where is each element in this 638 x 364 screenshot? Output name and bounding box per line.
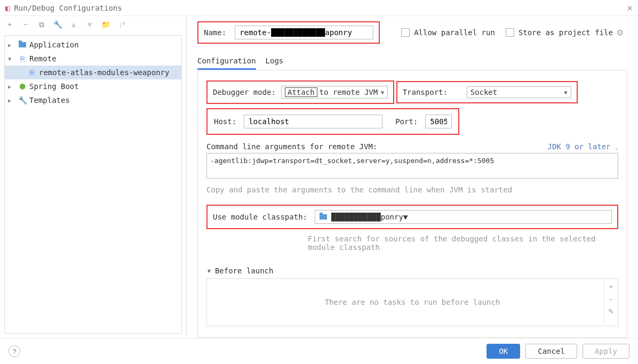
- transport-select[interactable]: Socket ▼: [467, 86, 571, 98]
- remove-task-icon[interactable]: －: [608, 295, 615, 304]
- name-highlight: Name:: [197, 21, 380, 44]
- wrench-icon[interactable]: 🔧: [53, 20, 62, 29]
- chevron-down-icon: ▼: [381, 90, 384, 95]
- app-icon: ◧: [5, 4, 10, 12]
- tabs: Configuration Logs: [197, 53, 627, 70]
- templates-icon: 🔧: [18, 96, 27, 104]
- chevron-right-icon: ▶: [8, 84, 15, 90]
- titlebar: ◧ Run/Debug Configurations ×: [0, 0, 638, 16]
- transport-highlight: Transport: Socket ▼: [396, 81, 578, 103]
- tree-label: Application: [29, 41, 79, 49]
- edit-task-icon[interactable]: ✎: [608, 308, 614, 316]
- checkbox-icon[interactable]: [401, 28, 410, 37]
- before-launch-ops: ＋ － ✎: [604, 279, 618, 326]
- module-icon: [320, 214, 327, 220]
- folder-icon[interactable]: 📁: [101, 20, 110, 29]
- cmd-args-textarea[interactable]: -agentlib:jdwp=transport=dt_socket,serve…: [206, 153, 618, 179]
- module-classpath-label: Use module classpath:: [213, 213, 307, 221]
- checkbox-icon[interactable]: [506, 28, 514, 37]
- tree-item-springboot[interactable]: ▶ ⬢ Spring Boot: [5, 79, 181, 93]
- chevron-right-icon: ▶: [8, 42, 15, 48]
- help-icon[interactable]: ?: [9, 345, 20, 357]
- chevron-down-icon: ▼: [8, 56, 15, 62]
- cancel-button[interactable]: Cancel: [525, 344, 577, 359]
- no-tasks-text: There are no tasks to run before launch: [325, 298, 500, 306]
- tree-label: Remote: [29, 54, 57, 63]
- host-input[interactable]: [244, 115, 382, 128]
- application-icon: [18, 41, 27, 49]
- chevron-down-icon: ⌄: [615, 144, 618, 150]
- port-label: Port:: [395, 117, 418, 126]
- module-hint-2: module classpath: [308, 243, 618, 252]
- host-label: Host:: [214, 117, 236, 126]
- sort-icon[interactable]: ↓ª: [117, 20, 126, 29]
- tree-label: Spring Boot: [29, 82, 79, 91]
- before-launch-label: Before launch: [215, 266, 274, 275]
- debugger-mode-select[interactable]: Attach to remote JVM ▼: [281, 86, 388, 99]
- tree-item-templates[interactable]: ▶ 🔧 Templates: [5, 93, 181, 107]
- name-input[interactable]: [235, 26, 373, 39]
- attach-rest: to remote JVM: [320, 88, 378, 96]
- down-icon[interactable]: ▼: [85, 20, 94, 29]
- parallel-run-option[interactable]: Allow parallel run: [401, 28, 495, 37]
- debugger-mode-highlight: Debugger mode: Attach to remote JVM ▼: [206, 80, 394, 104]
- remote-icon: ⎘: [18, 54, 27, 63]
- tree-label: Templates: [29, 96, 70, 104]
- parallel-label: Allow parallel run: [414, 28, 495, 37]
- chevron-down-icon: ▼: [403, 213, 408, 221]
- remove-icon[interactable]: －: [21, 20, 30, 29]
- before-launch-list: There are no tasks to run before launch …: [206, 278, 618, 326]
- collapse-icon[interactable]: ▼: [206, 268, 212, 274]
- apply-button[interactable]: Apply: [583, 344, 629, 359]
- config-tree-panel: ＋ － ⧉ 🔧 ▲ ▼ 📁 ↓ª ▶ Application ▼ ⎘ Remot…: [0, 16, 187, 338]
- gear-icon[interactable]: ⚙: [616, 28, 624, 38]
- module-value: ███████████ponry: [331, 213, 403, 221]
- transport-value: Socket: [470, 88, 498, 96]
- jdk-select[interactable]: JDK 9 or later ⌄: [548, 142, 618, 151]
- chevron-right-icon: ▶: [8, 98, 15, 103]
- tree-toolbar: ＋ － ⧉ 🔧 ▲ ▼ 📁 ↓ª: [0, 16, 186, 33]
- tree-item-remote-child[interactable]: ⎘ remote-atlas-modules-weaponry: [5, 66, 181, 79]
- add-icon[interactable]: ＋: [5, 20, 14, 29]
- module-hint-1: First search for sources of the debugged…: [308, 234, 618, 243]
- tab-logs[interactable]: Logs: [266, 53, 284, 70]
- attach-highlight: Attach: [285, 87, 317, 97]
- cmd-args-hint: Copy and paste the arguments to the comm…: [206, 185, 618, 194]
- chevron-down-icon: ▼: [564, 90, 568, 95]
- config-details: Name: Allow parallel run Store as projec…: [187, 16, 638, 338]
- name-label: Name:: [204, 28, 226, 37]
- spring-icon: ⬢: [18, 82, 27, 91]
- window-title: Run/Debug Configurations: [14, 4, 122, 12]
- ok-button[interactable]: OK: [487, 344, 520, 359]
- port-input[interactable]: [425, 115, 452, 128]
- module-classpath-highlight: Use module classpath: ███████████ponry ▼: [206, 205, 618, 229]
- host-port-highlight: Host: Port:: [206, 108, 459, 135]
- tab-configuration[interactable]: Configuration: [197, 53, 256, 70]
- tree-item-remote[interactable]: ▼ ⎘ Remote: [5, 52, 181, 66]
- tree-item-application[interactable]: ▶ Application: [5, 38, 181, 52]
- debugger-mode-label: Debugger mode:: [213, 88, 276, 96]
- module-classpath-select[interactable]: ███████████ponry ▼: [315, 210, 612, 224]
- tree-label: remote-atlas-modules-weaponry: [39, 68, 169, 77]
- store-label: Store as project file: [519, 28, 613, 37]
- close-icon[interactable]: ×: [627, 2, 633, 13]
- dialog-footer: ? OK Cancel Apply: [0, 338, 638, 364]
- copy-icon[interactable]: ⧉: [37, 20, 46, 29]
- config-tree[interactable]: ▶ Application ▼ ⎘ Remote ⎘ remote-atlas-…: [4, 35, 182, 334]
- up-icon[interactable]: ▲: [69, 20, 78, 29]
- store-project-option[interactable]: Store as project file: [506, 28, 613, 37]
- transport-label: Transport:: [403, 88, 461, 96]
- remote-config-icon: ⎘: [27, 68, 37, 77]
- cmd-args-label: Command line arguments for remote JVM:: [206, 142, 377, 151]
- add-task-icon[interactable]: ＋: [608, 282, 615, 292]
